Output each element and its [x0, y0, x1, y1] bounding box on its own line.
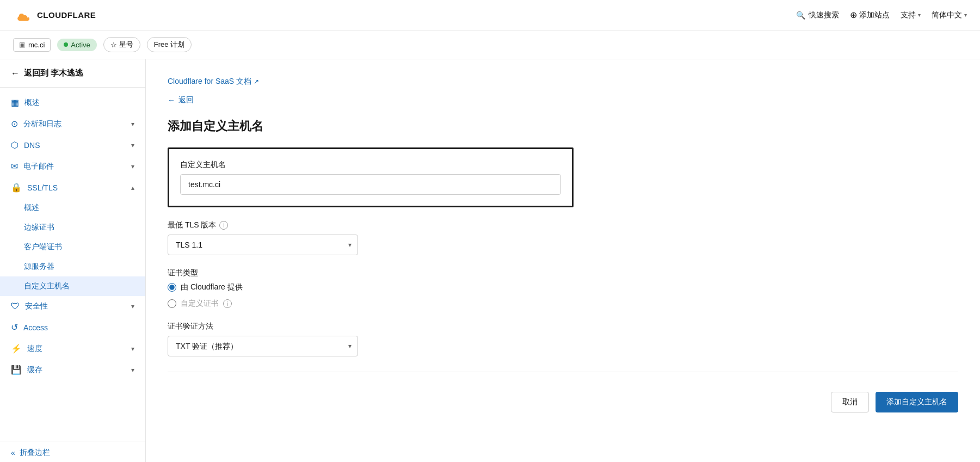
tls-select-wrapper: TLS 1.0 TLS 1.1 TLS 1.2 TLS 1.3 ▾: [168, 235, 358, 255]
sidebar-item-access[interactable]: ↺ Access: [0, 317, 145, 338]
status-dot: [64, 42, 68, 47]
cert-type-label: 证书类型: [168, 268, 958, 278]
saas-doc-link[interactable]: Cloudflare for SaaS 文档 ↗: [168, 77, 958, 87]
cloudflare-logo-icon: [13, 8, 33, 23]
sidebar-nav: ▦ 概述 ⊙ 分析和日志 ▾ ⬡ DNS ▾ ✉ 电子邮件 ▾: [0, 88, 145, 441]
sidebar-item-analytics[interactable]: ⊙ 分析和日志 ▾: [0, 113, 145, 134]
submit-button[interactable]: 添加自定义主机名: [876, 392, 958, 412]
plus-icon: ⊕: [850, 10, 857, 20]
star-badge[interactable]: ☆ 星号: [103, 37, 140, 52]
sidebar-item-ssl-tls[interactable]: 🔒 SSL/TLS ▴: [0, 177, 145, 198]
sidebar-item-email[interactable]: ✉ 电子邮件 ▾: [0, 156, 145, 177]
cache-chevron-icon: ▾: [131, 366, 134, 374]
search-button[interactable]: 🔍 快速搜索: [796, 10, 839, 20]
cache-icon: 💾: [11, 365, 22, 375]
security-icon: 🛡: [11, 301, 20, 311]
cert-custom-radio[interactable]: [168, 299, 176, 308]
plan-badge: Free 计划: [147, 37, 192, 52]
sidebar-subitem-client-cert[interactable]: 客户端证书: [0, 237, 145, 257]
status-label: Active: [71, 41, 90, 49]
analytics-icon: ⊙: [11, 119, 18, 129]
cert-validation-select-wrapper: TXT 验证（推荐） HTTP 验证 Email 验证 ▾: [168, 336, 358, 356]
support-button[interactable]: 支持 ▾: [901, 10, 921, 20]
back-link[interactable]: ← 返回: [168, 95, 958, 105]
cert-validation-select[interactable]: TXT 验证（推荐） HTTP 验证 Email 验证: [168, 336, 358, 356]
sidebar-subitem-origin-server[interactable]: 源服务器: [0, 257, 145, 276]
sidebar-back-button[interactable]: ← 返回到 李木逃逃: [0, 59, 145, 88]
cert-cloudflare-radio[interactable]: [168, 283, 176, 292]
sidebar-item-overview[interactable]: ▦ 概述: [0, 92, 145, 113]
security-chevron-icon: ▾: [131, 303, 134, 310]
domain-label: mc.ci: [28, 41, 45, 49]
tls-select[interactable]: TLS 1.0 TLS 1.1 TLS 1.2 TLS 1.3: [168, 235, 358, 255]
form-divider: [168, 372, 958, 372]
tls-label: 最低 TLS 版本 i: [168, 220, 958, 230]
external-link-icon: ↗: [254, 78, 259, 85]
sidebar: ← 返回到 李木逃逃 ▦ 概述 ⊙ 分析和日志 ▾ ⬡ DNS ▾: [0, 59, 146, 462]
email-icon: ✉: [11, 161, 18, 171]
speed-icon: ⚡: [11, 343, 22, 354]
cancel-button[interactable]: 取消: [831, 392, 869, 412]
collapse-sidebar-button[interactable]: « 折叠边栏: [0, 441, 145, 462]
sidebar-subitem-custom-hostname[interactable]: 自定义主机名: [0, 276, 145, 296]
main-content: Cloudflare for SaaS 文档 ↗ ← 返回 添加自定义主机名 自…: [146, 59, 980, 462]
tls-version-section: 最低 TLS 版本 i TLS 1.0 TLS 1.1 TLS 1.2 TLS …: [168, 220, 958, 255]
site-header: ▣ mc.ci Active ☆ 星号 Free 计划: [0, 30, 980, 59]
sidebar-item-cache[interactable]: 💾 缓存 ▾: [0, 359, 145, 380]
email-chevron-icon: ▾: [131, 163, 134, 170]
speed-chevron-icon: ▾: [131, 345, 134, 353]
add-site-button[interactable]: ⊕ 添加站点: [850, 10, 890, 20]
dns-icon: ⬡: [11, 140, 19, 150]
cert-validation-section: 证书验证方法 TXT 验证（推荐） HTTP 验证 Email 验证 ▾: [168, 322, 958, 356]
sidebar-item-dns[interactable]: ⬡ DNS ▾: [0, 134, 145, 156]
access-icon: ↺: [11, 322, 18, 332]
cert-custom-option[interactable]: 自定义证书 i: [168, 299, 958, 309]
logo: CLOUDFLARE: [13, 8, 96, 23]
cert-type-radio-group: 由 Cloudflare 提供 自定义证书 i: [168, 282, 958, 309]
dns-chevron-icon: ▾: [131, 141, 134, 149]
analytics-chevron-icon: ▾: [131, 120, 134, 128]
sidebar-subitem-edge-cert[interactable]: 边缘证书: [0, 218, 145, 237]
top-nav: CLOUDFLARE 🔍 快速搜索 ⊕ 添加站点 支持 ▾ 简体中文 ▾: [0, 0, 980, 30]
language-chevron-icon: ▾: [964, 12, 967, 18]
sidebar-item-security[interactable]: 🛡 安全性 ▾: [0, 296, 145, 317]
star-icon: ☆: [110, 41, 117, 49]
language-button[interactable]: 简体中文 ▾: [932, 10, 967, 20]
logo-text: CLOUDFLARE: [37, 10, 96, 20]
hostname-highlight-box: 自定义主机名: [168, 147, 574, 207]
sidebar-subitem-ssl-overview[interactable]: 概述: [0, 198, 145, 218]
back-link-arrow-icon: ←: [168, 96, 175, 104]
search-icon: 🔍: [796, 11, 805, 20]
hostname-input[interactable]: [180, 174, 561, 195]
cert-type-section: 证书类型 由 Cloudflare 提供 自定义证书 i: [168, 268, 958, 309]
overview-icon: ▦: [11, 97, 19, 108]
domain-badge[interactable]: ▣ mc.ci: [13, 38, 51, 52]
ssl-chevron-icon: ▴: [131, 184, 134, 192]
top-nav-right: 🔍 快速搜索 ⊕ 添加站点 支持 ▾ 简体中文 ▾: [796, 10, 967, 20]
cert-custom-info-icon[interactable]: i: [223, 299, 232, 308]
layout: ← 返回到 李木逃逃 ▦ 概述 ⊙ 分析和日志 ▾ ⬡ DNS ▾: [0, 59, 980, 462]
tls-info-icon[interactable]: i: [219, 221, 228, 230]
cert-cloudflare-option[interactable]: 由 Cloudflare 提供: [168, 282, 958, 292]
collapse-icon: «: [11, 448, 15, 457]
sidebar-item-speed[interactable]: ⚡ 速度 ▾: [0, 338, 145, 359]
support-chevron-icon: ▾: [918, 12, 921, 18]
cert-validation-label: 证书验证方法: [168, 322, 958, 331]
form-footer: 取消 添加自定义主机名: [168, 387, 958, 412]
back-arrow-icon: ←: [11, 69, 20, 78]
page-title: 添加自定义主机名: [168, 118, 958, 134]
domain-icon: ▣: [19, 41, 25, 48]
hostname-label: 自定义主机名: [180, 160, 561, 170]
ssl-icon: 🔒: [11, 182, 22, 193]
status-badge: Active: [57, 39, 96, 51]
